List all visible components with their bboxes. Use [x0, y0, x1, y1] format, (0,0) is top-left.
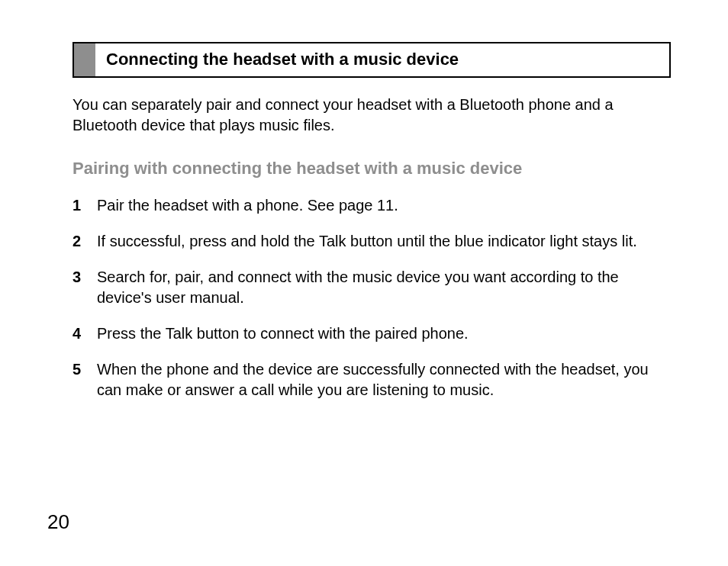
list-item: 2 If successful, press and hold the Talk… — [72, 231, 671, 252]
list-item: 4 Press the Talk button to connect with … — [72, 323, 671, 344]
step-list: 1 Pair the headset with a phone. See pag… — [72, 195, 671, 400]
list-item: 1 Pair the headset with a phone. See pag… — [72, 195, 671, 216]
step-number: 3 — [72, 267, 97, 288]
step-text: Pair the headset with a phone. See page … — [97, 195, 671, 216]
step-number: 2 — [72, 231, 97, 252]
step-number: 4 — [72, 323, 97, 344]
step-number: 5 — [72, 359, 97, 380]
step-number: 1 — [72, 195, 97, 216]
title-bar-accent — [74, 43, 95, 76]
list-item: 3 Search for, pair, and connect with the… — [72, 267, 671, 308]
intro-paragraph: You can separately pair and connect your… — [72, 95, 671, 136]
page-number: 20 — [47, 510, 69, 534]
step-text: When the phone and the device are succes… — [97, 359, 671, 400]
step-text: Search for, pair, and connect with the m… — [97, 267, 671, 308]
step-text: Press the Talk button to connect with th… — [97, 323, 671, 344]
subsection-title: Pairing with connecting the headset with… — [72, 159, 671, 178]
step-text: If successful, press and hold the Talk b… — [97, 231, 671, 252]
section-title-bar: Connecting the headset with a music devi… — [72, 42, 671, 78]
list-item: 5 When the phone and the device are succ… — [72, 359, 671, 400]
section-title: Connecting the headset with a music devi… — [95, 43, 469, 76]
